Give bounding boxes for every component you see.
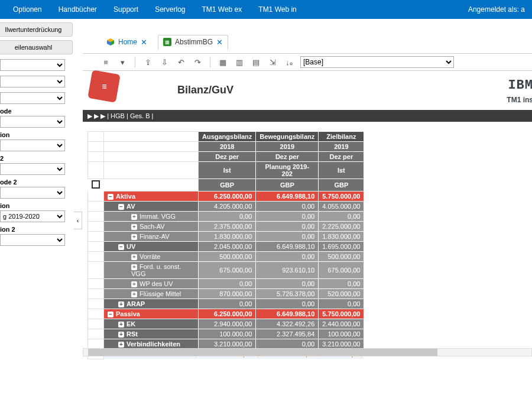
row-sach-av[interactable]: +Sach-AV xyxy=(104,222,199,232)
row-selection-button[interactable]: eilenauswahl xyxy=(0,40,73,54)
expand-icon[interactable]: + xyxy=(131,234,137,240)
cell[interactable]: 0,00 xyxy=(319,279,364,289)
cell[interactable]: 100.000,00 xyxy=(199,329,256,339)
tab-home[interactable]: Home ✕ xyxy=(102,35,152,49)
expand-icon[interactable]: + xyxy=(131,264,137,270)
row-immat-vgg[interactable]: +Immat. VGG xyxy=(104,212,199,222)
cell[interactable]: 6.649.988,10 xyxy=(256,192,319,202)
row-verbindlichkeiten[interactable]: +Verbindlichkeiten xyxy=(104,339,199,349)
row-wp-des-uv[interactable]: +WP des UV xyxy=(104,279,199,289)
cell[interactable]: 100.000,00 xyxy=(319,329,364,339)
horizontal-scrollbar[interactable] xyxy=(83,348,532,356)
select-ion2[interactable]: g 2019-2020 xyxy=(0,210,65,222)
sidebar-collapse-handle[interactable]: ‹ xyxy=(74,212,82,229)
cell[interactable]: 0,00 xyxy=(319,212,364,222)
nav-support[interactable]: Support xyxy=(105,0,147,19)
cell[interactable]: 2.225.000,00 xyxy=(319,222,364,232)
row-arap[interactable]: +ARAP xyxy=(104,299,199,309)
cell[interactable]: 0,00 xyxy=(199,279,256,289)
cell[interactable]: 5.726.378,00 xyxy=(256,289,319,299)
select-ion[interactable] xyxy=(0,140,65,151)
cell[interactable]: 2.375.000,00 xyxy=(199,222,256,232)
cell[interactable]: 0,00 xyxy=(256,212,319,222)
cell[interactable]: 0,00 xyxy=(256,252,319,262)
grid1-icon[interactable]: ▦ xyxy=(218,57,228,67)
row-av[interactable]: −AV xyxy=(104,202,199,212)
cell[interactable]: 4.205.000,00 xyxy=(199,202,256,212)
cell[interactable]: 0,00 xyxy=(199,299,256,309)
redo-icon[interactable]: ↷ xyxy=(192,57,203,67)
cell[interactable]: 0,00 xyxy=(256,202,319,212)
menu-icon[interactable]: ≡ xyxy=(100,57,111,67)
cell[interactable]: 6.250.000,00 xyxy=(199,309,256,319)
row-finanz-av[interactable]: +Finanz-AV xyxy=(104,232,199,242)
nav-handbuecher[interactable]: Handbücher xyxy=(50,0,105,19)
settings-icon[interactable]: ↓ₒ xyxy=(284,57,294,67)
row-fl-ssige-mittel[interactable]: +Flüssige Mittel xyxy=(104,289,199,299)
tab-abstimmbg-close[interactable]: ✕ xyxy=(216,38,223,47)
select-ion3[interactable] xyxy=(0,234,65,246)
nav-tm1-web-ex[interactable]: TM1 Web ex xyxy=(193,0,250,19)
expand-icon[interactable]: + xyxy=(131,291,137,297)
cell[interactable]: 0,00 xyxy=(256,232,319,242)
base-select[interactable]: [Base] xyxy=(300,56,454,68)
save-icon[interactable]: ⇩ xyxy=(159,57,170,67)
cell[interactable]: 2.440.000,00 xyxy=(319,319,364,329)
cell[interactable]: 1.695.000,00 xyxy=(319,242,364,252)
nav-optionen[interactable]: Optionen xyxy=(5,0,50,19)
undo-icon[interactable]: ↶ xyxy=(176,57,186,67)
export-icon[interactable]: ⇪ xyxy=(142,57,153,67)
cell[interactable]: 1.830.000,00 xyxy=(319,232,364,242)
cell[interactable]: 3.210.000,00 xyxy=(319,339,364,349)
cell[interactable]: 500.000,00 xyxy=(199,252,256,262)
cell[interactable]: 4.055.000,00 xyxy=(319,202,364,212)
cell[interactable]: 923.610,10 xyxy=(256,262,319,279)
tab-abstimmbg[interactable]: ▦ AbstimmBG ✕ xyxy=(158,35,228,50)
nav-serverlog[interactable]: Serverlog xyxy=(147,0,193,19)
dropdown-icon[interactable]: ▾ xyxy=(117,57,128,67)
cell[interactable]: 0,00 xyxy=(319,299,364,309)
cell[interactable]: 2.940.000,00 xyxy=(199,319,256,329)
cell[interactable]: 4.322.492,26 xyxy=(256,319,319,329)
zero-suppression-button[interactable]: llwertunterdrückung xyxy=(0,22,73,37)
row-vorr-te[interactable]: +Vorräte xyxy=(104,252,199,262)
cell[interactable]: 0,00 xyxy=(256,222,319,232)
expand-icon[interactable]: + xyxy=(131,254,137,260)
expand-icon[interactable]: + xyxy=(131,281,137,287)
row-aktiva[interactable]: −Aktiva xyxy=(104,192,199,202)
expand-icon[interactable]: + xyxy=(118,301,124,307)
collapse-icon[interactable]: − xyxy=(118,244,124,250)
cell[interactable]: 0,00 xyxy=(256,339,319,349)
row-rst[interactable]: +RSt xyxy=(104,329,199,339)
select-3[interactable] xyxy=(0,92,65,104)
cell[interactable]: 2.327.495,84 xyxy=(256,329,319,339)
cell[interactable]: 6.649.988,10 xyxy=(256,309,319,319)
cell[interactable]: 675.000,00 xyxy=(319,262,364,279)
expand-icon[interactable]: + xyxy=(131,214,137,220)
row-passiva[interactable]: −Passiva xyxy=(104,309,199,319)
collapse-icon[interactable]: − xyxy=(108,312,113,317)
cell[interactable]: 6.649.988,10 xyxy=(256,242,319,252)
cell[interactable]: 500.000,00 xyxy=(319,252,364,262)
select-code2[interactable] xyxy=(0,187,65,199)
cell[interactable]: 520.000,00 xyxy=(319,289,364,299)
row-ford-u-sonst-vgg[interactable]: +Ford. u. sonst. VGG xyxy=(104,262,199,279)
cell[interactable]: 0,00 xyxy=(256,299,319,309)
collapse-icon[interactable]: − xyxy=(108,194,113,200)
cell[interactable]: 1.830.000,00 xyxy=(199,232,256,242)
cell[interactable]: 0,00 xyxy=(256,279,319,289)
select-1[interactable] xyxy=(0,59,65,71)
expand-icon[interactable]: + xyxy=(118,332,124,338)
cell[interactable]: 5.750.000,00 xyxy=(319,192,364,202)
row-ek[interactable]: +EK xyxy=(104,319,199,329)
cell[interactable]: 870.000,00 xyxy=(199,289,256,299)
cell[interactable]: 675.000,00 xyxy=(199,262,256,279)
select-p2[interactable] xyxy=(0,163,65,175)
tab-home-close[interactable]: ✕ xyxy=(141,38,147,47)
grid3-icon[interactable]: ▤ xyxy=(251,57,261,67)
cell[interactable]: 2.045.000,00 xyxy=(199,242,256,252)
grid2-icon[interactable]: ▥ xyxy=(234,57,245,67)
expand-icon[interactable]: + xyxy=(118,342,124,348)
select-all-checkbox[interactable] xyxy=(88,179,104,192)
cell[interactable]: 0,00 xyxy=(199,212,256,222)
